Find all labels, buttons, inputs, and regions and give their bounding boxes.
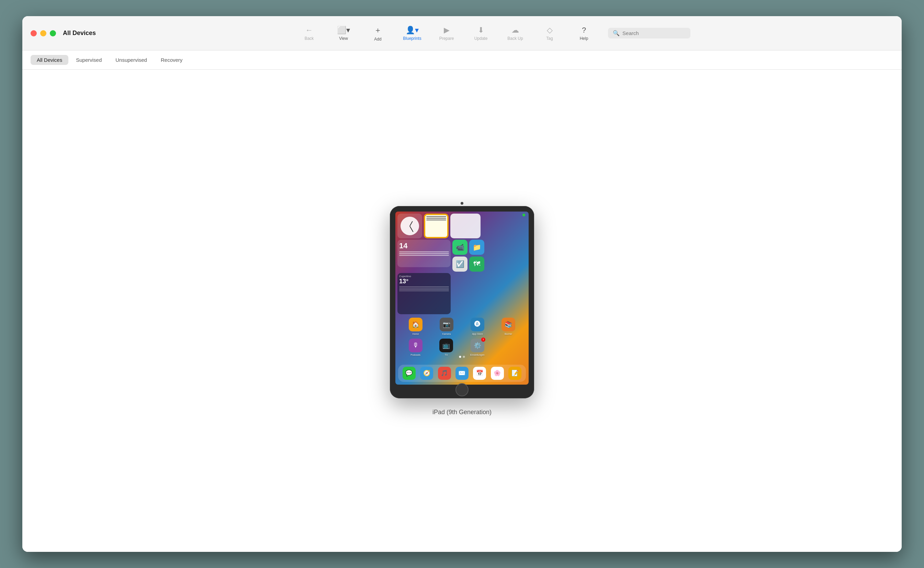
calendar-dock-icon: 📅 xyxy=(473,367,486,380)
add-icon: ＋ xyxy=(374,25,382,35)
appstore-app: 🅐 App Store xyxy=(470,318,484,335)
tv-label: TV xyxy=(445,354,448,356)
empty-slot xyxy=(502,338,515,356)
podcasts-label: Podcasts xyxy=(410,354,420,356)
reminders-icon: ☑️ xyxy=(452,257,467,272)
device-container: 14 xyxy=(390,206,534,416)
prepare-label: Prepare xyxy=(439,36,454,41)
files-icon: 📁 xyxy=(469,240,484,255)
tab-recovery[interactable]: Recovery xyxy=(154,55,189,65)
tab-supervised[interactable]: Supervised xyxy=(70,55,108,65)
widgets-top-row xyxy=(398,214,526,238)
backup-toolbar-item[interactable]: ☁ Back Up xyxy=(505,26,526,41)
maximize-button[interactable] xyxy=(50,30,56,36)
camera-icon: 📷 xyxy=(440,318,454,331)
safari-dock: 🧭 xyxy=(420,367,433,380)
camera-label: Kamera xyxy=(442,333,451,335)
files-emoji: 📁 xyxy=(473,243,481,251)
notes-line xyxy=(426,218,446,219)
settings-label: Einstellungen xyxy=(470,354,485,356)
calendar-widget: 14 xyxy=(398,240,451,267)
weather-line xyxy=(399,289,449,290)
prepare-toolbar-item[interactable]: ▶ Prepare xyxy=(436,26,457,41)
books-icon: 📚 xyxy=(502,318,515,331)
messages-icon: 💬 xyxy=(402,367,416,380)
settings-app: ⚙️ 3 Einstellungen xyxy=(470,338,485,356)
weather-widget: Cupertino 13° xyxy=(398,273,451,314)
search-input[interactable] xyxy=(622,30,677,36)
window-title: All Devices xyxy=(63,30,96,37)
page-dot-2 xyxy=(463,356,465,358)
tab-all-devices[interactable]: All Devices xyxy=(30,55,68,65)
clock-widget xyxy=(398,214,422,238)
tv-app: 📺 TV xyxy=(439,338,453,356)
view-label: View xyxy=(339,36,348,41)
main-apps-row: 🏠 Home 📷 Kamera xyxy=(398,316,526,337)
notes-line xyxy=(426,216,446,217)
clock-minute-hand xyxy=(410,226,413,232)
weather-city: Cupertino xyxy=(399,275,449,278)
clock-hour-hand xyxy=(410,221,413,226)
reminders-maps-row: ☑️ 🗺 xyxy=(452,257,484,272)
photos-dock: 🌸 xyxy=(491,367,504,380)
appstore-label: App Store xyxy=(472,333,482,335)
tab-bar: All Devices Supervised Unsupervised Reco… xyxy=(22,50,902,70)
notes-widget xyxy=(424,214,449,238)
back-toolbar-item[interactable]: ← Back xyxy=(299,26,319,41)
back-icon: ← xyxy=(305,26,313,35)
cal-line xyxy=(399,255,449,256)
tv-icon: 📺 xyxy=(439,338,453,352)
app-window: All Devices ← Back ⬜▾ View ＋ Add 👤▾ Blue… xyxy=(22,16,902,552)
facetime-emoji: 📹 xyxy=(456,243,464,251)
update-toolbar-item[interactable]: ⬇ Update xyxy=(470,26,491,41)
tab-unsupervised[interactable]: Unsupervised xyxy=(109,55,153,65)
cal-line xyxy=(399,251,449,252)
view-icon: ⬜▾ xyxy=(337,26,350,35)
screen-content: 14 xyxy=(395,211,529,385)
close-button[interactable] xyxy=(30,30,37,36)
camera-dot xyxy=(461,202,463,205)
page-dot-1 xyxy=(459,356,461,358)
back-label: Back xyxy=(305,36,314,41)
calendar-lines xyxy=(399,251,449,256)
blueprints-toolbar-item[interactable]: 👤▾ Blueprints xyxy=(402,26,422,41)
facetime-icon: 📹 xyxy=(452,240,467,255)
appstore-icon: 🅐 xyxy=(470,318,484,331)
toolbar: ← Back ⬜▾ View ＋ Add 👤▾ Blueprints ▶ Pr xyxy=(96,25,894,42)
tag-icon: ◇ xyxy=(547,26,553,35)
add-label: Add xyxy=(374,37,381,42)
prepare-icon: ▶ xyxy=(444,26,450,35)
ipad-screen: 14 xyxy=(395,211,529,385)
mail-dock: ✉️ xyxy=(455,367,469,380)
second-apps-row: 🎙 Podcasts 📺 TV xyxy=(398,337,526,358)
tag-label: Tag xyxy=(546,36,553,41)
reminders-emoji: ☑️ xyxy=(456,260,464,268)
maps-emoji: 🗺 xyxy=(473,260,480,268)
home-label: Home xyxy=(413,333,419,335)
update-label: Update xyxy=(474,36,488,41)
notes-inner xyxy=(425,215,447,237)
home-button[interactable] xyxy=(455,383,469,396)
update-icon: ⬇ xyxy=(478,26,484,35)
status-indicator xyxy=(522,214,525,216)
messages-dock: 💬 xyxy=(402,367,416,380)
weather-line xyxy=(399,290,449,291)
music-dock: 🎵 xyxy=(438,367,451,380)
weather-line xyxy=(399,288,449,289)
page-dots xyxy=(459,356,465,358)
middle-row: 14 xyxy=(398,240,526,272)
search-icon: 🔍 xyxy=(613,30,620,36)
titlebar: All Devices ← Back ⬜▾ View ＋ Add 👤▾ Blue… xyxy=(22,16,902,50)
music-icon: 🎵 xyxy=(438,367,451,380)
view-toolbar-item[interactable]: ⬜▾ View xyxy=(333,26,354,41)
white-widget xyxy=(450,214,481,238)
notes-dock: 📝 xyxy=(508,367,522,380)
tag-toolbar-item[interactable]: ◇ Tag xyxy=(539,26,560,41)
minimize-button[interactable] xyxy=(40,30,46,36)
blueprints-icon: 👤▾ xyxy=(406,26,419,35)
help-toolbar-item[interactable]: ? Help xyxy=(574,26,594,41)
search-bar[interactable]: 🔍 xyxy=(608,28,690,38)
camera-app: 📷 Kamera xyxy=(440,318,454,335)
device-label: iPad (9th Generation) xyxy=(433,409,491,416)
add-toolbar-item[interactable]: ＋ Add xyxy=(367,25,388,42)
